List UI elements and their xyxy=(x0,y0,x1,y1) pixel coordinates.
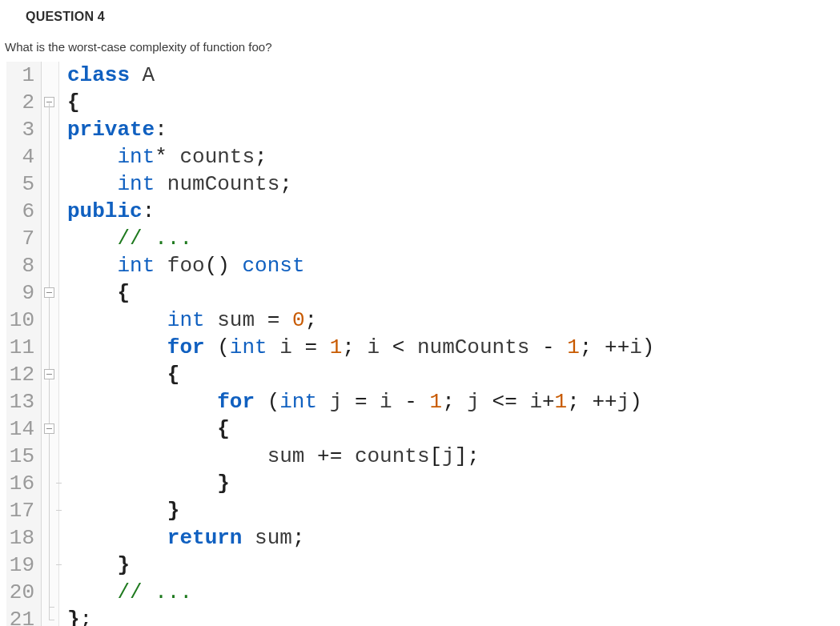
code-text: int* counts; xyxy=(59,143,267,171)
code-line: 10 int sum = 0; xyxy=(6,307,840,334)
code-line: 17 } xyxy=(6,497,840,524)
line-number: 13 xyxy=(6,388,42,415)
line-number: 2 xyxy=(6,89,42,116)
code-text: return sum; xyxy=(59,524,304,552)
code-text: }; xyxy=(59,606,92,626)
fold-gutter xyxy=(42,62,59,89)
fold-gutter xyxy=(42,89,59,116)
fold-gutter xyxy=(42,252,59,279)
line-number: 4 xyxy=(6,143,42,171)
code-line: 14 { xyxy=(6,415,840,443)
line-number: 14 xyxy=(6,415,42,443)
code-line: 21}; xyxy=(6,606,840,626)
fold-gutter xyxy=(42,143,59,171)
line-number: 1 xyxy=(6,62,42,89)
fold-gutter xyxy=(42,198,59,225)
code-text: class A xyxy=(59,62,155,89)
code-text: { xyxy=(59,279,130,307)
line-number: 12 xyxy=(6,361,42,388)
code-text: private: xyxy=(59,116,167,143)
line-number: 7 xyxy=(6,225,42,252)
question-title: QUESTION 4 xyxy=(0,0,840,29)
code-line: 4 int* counts; xyxy=(6,143,840,171)
fold-gutter xyxy=(42,361,59,388)
code-text: int sum = 0; xyxy=(59,307,317,334)
fold-gutter xyxy=(42,552,59,579)
code-text: { xyxy=(59,361,179,388)
fold-toggle-icon[interactable] xyxy=(44,423,54,434)
code-text: for (int i = 1; i < numCounts - 1; ++i) xyxy=(59,334,654,361)
line-number: 5 xyxy=(6,171,42,198)
code-line: 11 for (int i = 1; i < numCounts - 1; ++… xyxy=(6,334,840,361)
fold-gutter xyxy=(42,279,59,307)
line-number: 15 xyxy=(6,443,42,470)
code-editor: 1class A2{3private:4 int* counts;5 int n… xyxy=(6,62,840,626)
line-number: 11 xyxy=(6,334,42,361)
code-line: 18 return sum; xyxy=(6,524,840,552)
code-line: 12 { xyxy=(6,361,840,388)
code-text: { xyxy=(59,415,230,443)
fold-gutter xyxy=(42,388,59,415)
fold-gutter xyxy=(42,606,59,626)
line-number: 20 xyxy=(6,579,42,606)
line-number: 16 xyxy=(6,470,42,497)
line-number: 21 xyxy=(6,606,42,626)
code-line: 3private: xyxy=(6,116,840,143)
code-line: 8 int foo() const xyxy=(6,252,840,279)
code-line: 5 int numCounts; xyxy=(6,171,840,198)
line-number: 18 xyxy=(6,524,42,552)
fold-gutter xyxy=(42,116,59,143)
question-prompt: What is the worst-case complexity of fun… xyxy=(0,29,840,62)
code-line: 15 sum += counts[j]; xyxy=(6,443,840,470)
code-text: } xyxy=(59,497,179,524)
code-line: 20 // ... xyxy=(6,579,840,606)
code-text: // ... xyxy=(59,579,192,606)
code-text: int numCounts; xyxy=(59,171,292,198)
fold-gutter xyxy=(42,307,59,334)
code-line: 6public: xyxy=(6,198,840,225)
fold-toggle-icon[interactable] xyxy=(44,369,54,379)
fold-gutter xyxy=(42,470,59,497)
line-number: 17 xyxy=(6,497,42,524)
code-text: { xyxy=(59,89,80,116)
code-line: 19 } xyxy=(6,552,840,579)
line-number: 9 xyxy=(6,279,42,307)
line-number: 19 xyxy=(6,552,42,579)
code-line: 16 } xyxy=(6,470,840,497)
code-text: int foo() const xyxy=(59,252,305,279)
code-text: // ... xyxy=(59,225,192,252)
code-text: public: xyxy=(59,198,155,225)
line-number: 8 xyxy=(6,252,42,279)
code-text: } xyxy=(59,552,130,579)
fold-gutter xyxy=(42,497,59,524)
fold-gutter xyxy=(42,415,59,443)
code-text: } xyxy=(59,470,230,497)
code-line: 9 { xyxy=(6,279,840,307)
fold-gutter xyxy=(42,334,59,361)
code-text: sum += counts[j]; xyxy=(59,443,480,470)
code-line: 2{ xyxy=(6,89,840,116)
line-number: 6 xyxy=(6,198,42,225)
fold-gutter xyxy=(42,171,59,198)
line-number: 3 xyxy=(6,116,42,143)
code-line: 7 // ... xyxy=(6,225,840,252)
fold-gutter xyxy=(42,443,59,470)
fold-gutter xyxy=(42,225,59,252)
code-text: for (int j = i - 1; j <= i+1; ++j) xyxy=(59,388,642,415)
fold-gutter xyxy=(42,524,59,552)
fold-gutter xyxy=(42,579,59,606)
line-number: 10 xyxy=(6,307,42,334)
fold-toggle-icon[interactable] xyxy=(44,287,54,298)
code-line: 1class A xyxy=(6,62,840,89)
code-line: 13 for (int j = i - 1; j <= i+1; ++j) xyxy=(6,388,840,415)
